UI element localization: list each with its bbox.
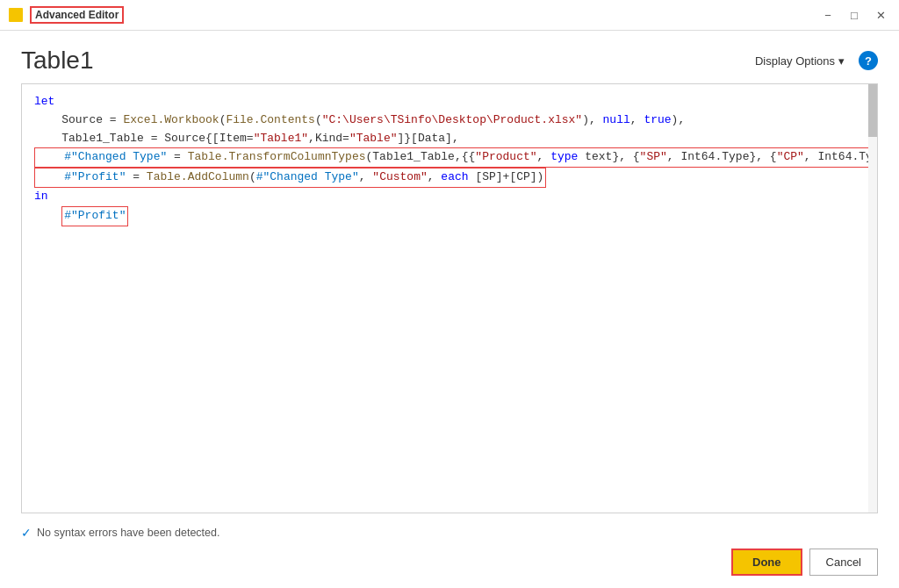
svg-rect-1	[11, 11, 20, 13]
title-bar-title: Advanced Editor	[30, 6, 124, 24]
title-bar-controls: − □ ✕	[816, 5, 892, 25]
svg-rect-3	[11, 18, 16, 20]
title-bar-left: Advanced Editor	[7, 6, 124, 24]
code-line-6: in	[34, 188, 865, 206]
cancel-button[interactable]: Cancel	[809, 549, 878, 576]
display-options-button[interactable]: Display Options ▾	[750, 51, 850, 71]
dialog-footer: Done Cancel	[21, 540, 878, 588]
dropdown-icon: ▾	[838, 54, 845, 68]
code-editor[interactable]: let Source = Excel.Workbook(File.Content…	[21, 83, 878, 513]
status-icon: ✓	[21, 526, 32, 540]
status-bar: ✓ No syntax errors have been detected.	[21, 520, 878, 540]
code-line-4: #"Changed Type" = Table.TransformColumnT…	[34, 147, 865, 168]
status-message: No syntax errors have been detected.	[37, 527, 219, 539]
scrollbar-track	[868, 84, 877, 513]
display-options-label: Display Options	[755, 54, 835, 68]
advanced-editor-dialog: Table1 Display Options ▾ ? let Source = …	[0, 31, 899, 588]
code-line-3: Table1_Table = Source{[Item="Table1",Kin…	[34, 130, 865, 148]
app-icon	[7, 6, 25, 24]
code-line-5: #"Profit" = Table.AddColumn(#"Changed Ty…	[34, 168, 865, 188]
help-button[interactable]: ?	[859, 51, 878, 70]
title-bar: Advanced Editor − □ ✕	[0, 0, 899, 31]
done-button[interactable]: Done	[731, 549, 802, 576]
editor-empty-space	[34, 226, 865, 490]
code-line-7: #"Profit"	[34, 206, 865, 226]
dialog-title: Table1	[21, 47, 94, 75]
code-line-1: let	[34, 93, 865, 111]
header-right: Display Options ▾ ?	[750, 51, 878, 71]
minimize-button[interactable]: −	[816, 5, 839, 25]
code-line-2: Source = Excel.Workbook(File.Contents("C…	[34, 111, 865, 130]
maximize-button[interactable]: □	[843, 5, 866, 25]
dialog-header: Table1 Display Options ▾ ?	[21, 31, 878, 83]
scrollbar-thumb[interactable]	[868, 84, 877, 137]
svg-rect-2	[11, 15, 18, 17]
close-button[interactable]: ✕	[869, 5, 892, 25]
